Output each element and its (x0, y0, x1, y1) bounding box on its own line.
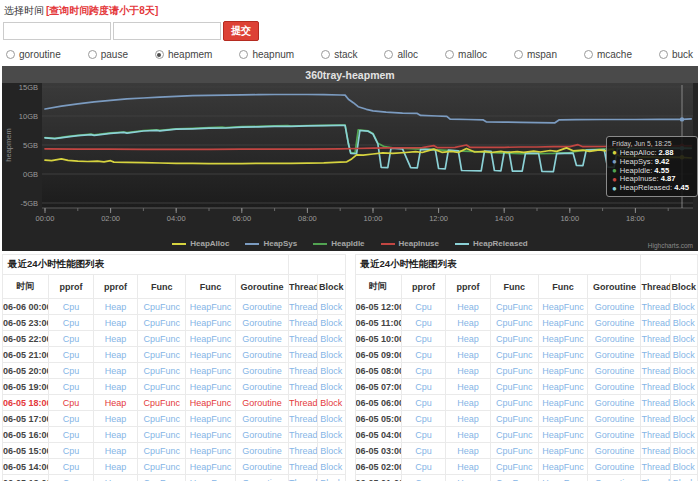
link-heap[interactable]: Heap (457, 318, 479, 328)
legend-item-heapalloc[interactable]: HeapAlloc (172, 239, 229, 248)
link-cpufunc[interactable]: CpuFunc (143, 398, 180, 408)
radio-circle-pause[interactable] (88, 50, 97, 59)
link-cpufunc[interactable]: CpuFunc (496, 382, 533, 392)
link-block[interactable]: Block (673, 382, 695, 392)
link-block[interactable]: Block (673, 446, 695, 456)
link-heap[interactable]: Heap (457, 350, 479, 360)
link-cpufunc[interactable]: CpuFunc (496, 334, 533, 344)
link-heapfunc[interactable]: HeapFunc (542, 478, 584, 481)
link-goroutine[interactable]: Goroutine (242, 398, 282, 408)
link-cpufunc[interactable]: CpuFunc (496, 366, 533, 376)
link-goroutine[interactable]: Goroutine (595, 350, 635, 360)
legend-item-heapidle[interactable]: HeapIdle (313, 239, 364, 248)
legend-item-heapinuse[interactable]: HeapInuse (381, 239, 439, 248)
link-goroutine[interactable]: Goroutine (242, 302, 282, 312)
link-cpu[interactable]: Cpu (415, 446, 432, 456)
link-heap[interactable]: Heap (457, 366, 479, 376)
link-heap[interactable]: Heap (457, 334, 479, 344)
link-thread[interactable]: Thread (641, 430, 670, 440)
link-heapfunc[interactable]: HeapFunc (542, 318, 584, 328)
link-cpu[interactable]: Cpu (63, 478, 80, 481)
link-heapfunc[interactable]: HeapFunc (190, 366, 232, 376)
link-heapfunc[interactable]: HeapFunc (542, 302, 584, 312)
link-block[interactable]: Block (320, 334, 342, 344)
link-goroutine[interactable]: Goroutine (242, 334, 282, 344)
link-goroutine[interactable]: Goroutine (595, 318, 635, 328)
link-block[interactable]: Block (673, 302, 695, 312)
link-goroutine[interactable]: Goroutine (242, 478, 282, 481)
link-thread[interactable]: Thread (641, 350, 670, 360)
submit-button[interactable]: 提交 (223, 21, 259, 41)
link-cpufunc[interactable]: CpuFunc (496, 446, 533, 456)
link-heap[interactable]: Heap (105, 366, 127, 376)
link-heapfunc[interactable]: HeapFunc (190, 382, 232, 392)
link-heapfunc[interactable]: HeapFunc (190, 302, 232, 312)
link-block[interactable]: Block (673, 462, 695, 472)
link-cpu[interactable]: Cpu (415, 350, 432, 360)
link-cpufunc[interactable]: CpuFunc (143, 302, 180, 312)
link-cpufunc[interactable]: CpuFunc (496, 478, 533, 481)
link-heapfunc[interactable]: HeapFunc (190, 430, 232, 440)
link-heap[interactable]: Heap (105, 398, 127, 408)
link-cpu[interactable]: Cpu (415, 414, 432, 424)
link-heap[interactable]: Heap (105, 350, 127, 360)
link-thread[interactable]: Thread (641, 334, 670, 344)
link-thread[interactable]: Thread (641, 446, 670, 456)
link-cpu[interactable]: Cpu (63, 398, 80, 408)
link-cpufunc[interactable]: CpuFunc (143, 446, 180, 456)
link-cpu[interactable]: Cpu (415, 334, 432, 344)
legend-item-heapreleased[interactable]: HeapReleased (455, 239, 528, 248)
link-heap[interactable]: Heap (105, 318, 127, 328)
link-thread[interactable]: Thread (641, 478, 670, 481)
link-block[interactable]: Block (320, 478, 342, 481)
radio-option-heapmem[interactable]: heapmem (155, 49, 212, 60)
radio-option-heapnum[interactable]: heapnum (239, 49, 294, 60)
link-cpu[interactable]: Cpu (415, 430, 432, 440)
link-goroutine[interactable]: Goroutine (595, 302, 635, 312)
link-block[interactable]: Block (320, 446, 342, 456)
link-heapfunc[interactable]: HeapFunc (190, 478, 232, 481)
link-goroutine[interactable]: Goroutine (595, 478, 635, 481)
link-thread[interactable]: Thread (641, 302, 670, 312)
link-thread[interactable]: Thread (641, 398, 670, 408)
link-thread[interactable]: Thread (289, 430, 318, 440)
link-cpu[interactable]: Cpu (63, 334, 80, 344)
link-goroutine[interactable]: Goroutine (242, 382, 282, 392)
link-goroutine[interactable]: Goroutine (242, 366, 282, 376)
link-cpufunc[interactable]: CpuFunc (143, 382, 180, 392)
link-goroutine[interactable]: Goroutine (595, 382, 635, 392)
link-thread[interactable]: Thread (641, 414, 670, 424)
link-thread[interactable]: Thread (641, 462, 670, 472)
link-goroutine[interactable]: Goroutine (242, 350, 282, 360)
link-heap[interactable]: Heap (457, 478, 479, 481)
link-block[interactable]: Block (320, 350, 342, 360)
start-time-input[interactable] (3, 22, 111, 40)
link-heapfunc[interactable]: HeapFunc (542, 446, 584, 456)
link-heap[interactable]: Heap (105, 302, 127, 312)
link-block[interactable]: Block (673, 350, 695, 360)
link-heapfunc[interactable]: HeapFunc (542, 382, 584, 392)
link-thread[interactable]: Thread (641, 382, 670, 392)
link-cpu[interactable]: Cpu (415, 462, 432, 472)
link-cpu[interactable]: Cpu (415, 398, 432, 408)
link-block[interactable]: Block (320, 430, 342, 440)
link-block[interactable]: Block (673, 478, 695, 481)
link-cpufunc[interactable]: CpuFunc (143, 334, 180, 344)
link-thread[interactable]: Thread (289, 414, 318, 424)
link-heapfunc[interactable]: HeapFunc (542, 430, 584, 440)
link-cpu[interactable]: Cpu (415, 318, 432, 328)
link-block[interactable]: Block (673, 398, 695, 408)
link-block[interactable]: Block (320, 366, 342, 376)
link-goroutine[interactable]: Goroutine (595, 430, 635, 440)
link-heapfunc[interactable]: HeapFunc (542, 414, 584, 424)
link-goroutine[interactable]: Goroutine (242, 446, 282, 456)
legend-item-heapsys[interactable]: HeapSys (245, 239, 297, 248)
link-heap[interactable]: Heap (457, 302, 479, 312)
link-goroutine[interactable]: Goroutine (242, 430, 282, 440)
link-heap[interactable]: Heap (457, 446, 479, 456)
link-heapfunc[interactable]: HeapFunc (190, 318, 232, 328)
link-cpufunc[interactable]: CpuFunc (496, 398, 533, 408)
link-heapfunc[interactable]: HeapFunc (542, 366, 584, 376)
radio-option-alloc[interactable]: alloc (384, 49, 418, 60)
link-heap[interactable]: Heap (457, 414, 479, 424)
